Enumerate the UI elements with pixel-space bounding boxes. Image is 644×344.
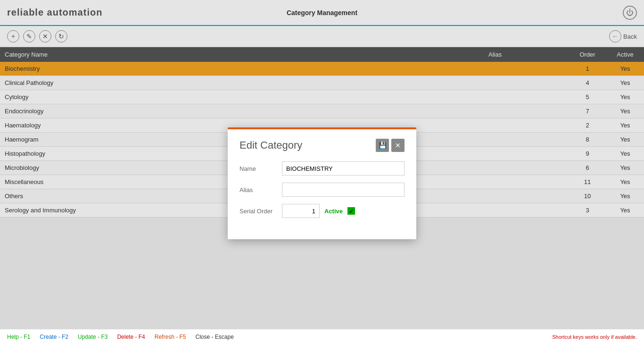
serial-input[interactable] xyxy=(282,204,320,218)
status-bar: Help - F1 Create - F2 Update - F3 Delete… xyxy=(0,329,644,344)
serial-label: Serial Order xyxy=(239,208,282,215)
active-checkbox[interactable]: ✓ xyxy=(347,207,355,215)
edit-category-modal: Edit Category 💾 ✕ Name Alias Serial Orde… xyxy=(228,127,416,239)
close-shortcut: Close - Escape xyxy=(195,334,233,340)
create-shortcut: Create - F2 xyxy=(40,334,68,340)
alias-label: Alias xyxy=(239,186,282,193)
delete-shortcut: Delete - F4 xyxy=(117,334,145,340)
modal-save-button[interactable]: 💾 xyxy=(376,139,389,152)
name-field-row: Name xyxy=(239,161,405,176)
modal-title: Edit Category xyxy=(239,139,302,151)
serial-field-row: Serial Order Active ✓ xyxy=(239,204,405,218)
help-shortcut: Help - F1 xyxy=(7,334,30,340)
active-label: Active xyxy=(324,208,343,215)
shortcut-note: Shortcut keys works only if available. xyxy=(552,334,637,340)
serial-controls: Active ✓ xyxy=(282,204,355,218)
name-label: Name xyxy=(239,165,282,172)
alias-field-row: Alias xyxy=(239,183,405,197)
name-input[interactable] xyxy=(282,161,405,176)
modal-header: Edit Category 💾 ✕ xyxy=(239,139,405,152)
refresh-shortcut: Refresh - F5 xyxy=(155,334,186,340)
update-shortcut: Update - F3 xyxy=(78,334,107,340)
modal-close-button[interactable]: ✕ xyxy=(391,139,405,152)
modal-actions: 💾 ✕ xyxy=(376,139,405,152)
alias-input[interactable] xyxy=(282,183,405,197)
modal-overlay: Edit Category 💾 ✕ Name Alias Serial Orde… xyxy=(0,0,644,344)
